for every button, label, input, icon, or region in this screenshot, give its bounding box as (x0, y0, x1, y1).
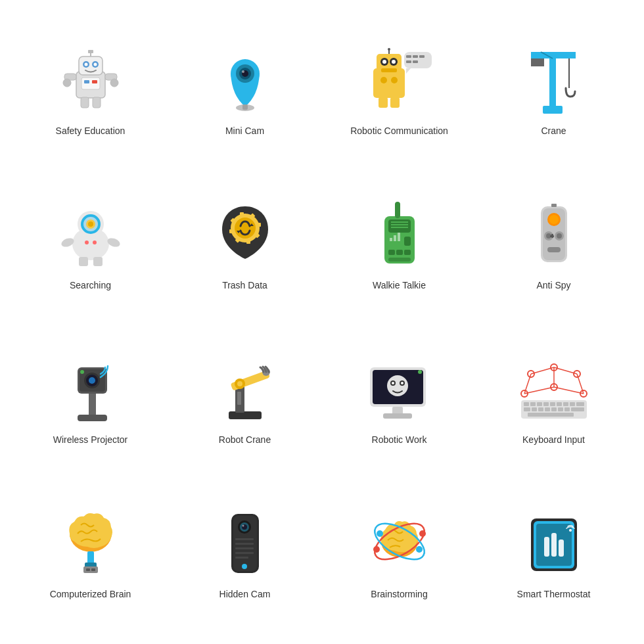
svg-point-176 (377, 530, 383, 537)
icon-cell-anti-spy[interactable]: Anti Spy (476, 168, 631, 322)
svg-rect-79 (394, 235, 396, 241)
wireless-projector-label: Wireless Projector (53, 434, 128, 445)
svg-rect-24 (373, 68, 405, 98)
computerized-brain-label: Computerized Brain (50, 589, 131, 599)
svg-line-130 (554, 367, 577, 374)
icon-cell-trash-data[interactable]: Trash Data (168, 168, 322, 322)
svg-rect-34 (419, 55, 425, 58)
svg-point-60 (85, 241, 89, 244)
svg-rect-63 (240, 212, 244, 216)
svg-point-118 (392, 382, 394, 384)
svg-rect-112 (237, 392, 241, 405)
safety-education-label: Safety Education (56, 126, 126, 136)
safety-education-icon (55, 45, 127, 118)
icon-cell-robotic-communication[interactable]: Robotic Communication (322, 13, 476, 168)
svg-rect-78 (390, 238, 392, 241)
svg-point-166 (242, 524, 244, 526)
hidden-cam-label: Hidden Cam (219, 589, 271, 599)
brainstorming-label: Brainstorming (371, 589, 427, 599)
svg-point-43 (388, 48, 390, 51)
icon-cell-robot-crane[interactable]: Robot Crane (168, 322, 322, 476)
svg-point-183 (569, 529, 572, 532)
svg-rect-137 (524, 402, 529, 406)
svg-rect-154 (528, 413, 574, 417)
svg-rect-13 (84, 80, 89, 83)
svg-rect-73 (395, 202, 400, 218)
svg-rect-152 (564, 407, 570, 411)
svg-rect-69 (229, 229, 233, 233)
svg-point-177 (416, 546, 423, 553)
svg-line-133 (577, 374, 584, 394)
svg-point-28 (382, 60, 386, 64)
svg-rect-159 (86, 568, 90, 571)
svg-rect-12 (81, 78, 100, 89)
svg-rect-169 (235, 547, 254, 549)
svg-rect-41 (390, 97, 400, 108)
svg-point-105 (80, 370, 84, 374)
icon-cell-crane[interactable]: Crane (476, 13, 631, 168)
icon-cell-wireless-projector[interactable]: Wireless Projector (13, 322, 168, 476)
svg-rect-14 (92, 80, 97, 83)
svg-rect-46 (531, 58, 544, 66)
icon-cell-mini-cam[interactable]: Mini Cam (168, 13, 322, 168)
computerized-brain-icon (55, 509, 127, 581)
icon-cell-safety-education[interactable]: Safety Education (13, 13, 168, 168)
icon-cell-smart-thermostat[interactable]: Smart Thermostat (476, 476, 631, 631)
svg-point-55 (88, 221, 93, 227)
svg-rect-16 (93, 97, 101, 108)
svg-rect-7 (88, 50, 93, 53)
svg-rect-81 (404, 237, 411, 246)
svg-rect-160 (91, 568, 95, 571)
svg-rect-93 (550, 235, 554, 237)
svg-rect-153 (571, 407, 584, 411)
svg-line-135 (554, 387, 584, 394)
icon-cell-robotic-work[interactable]: Robotic Work (322, 322, 476, 476)
svg-rect-33 (413, 55, 418, 58)
robotic-work-label: Robotic Work (372, 434, 427, 445)
svg-point-119 (401, 382, 403, 384)
icon-cell-hidden-cam[interactable]: Hidden Cam (168, 476, 322, 631)
svg-point-21 (242, 70, 244, 73)
svg-marker-37 (406, 68, 411, 74)
svg-point-95 (557, 233, 562, 239)
svg-rect-30 (381, 68, 397, 72)
svg-rect-144 (570, 402, 575, 406)
svg-rect-168 (235, 543, 254, 545)
svg-rect-65 (257, 223, 261, 227)
svg-rect-171 (235, 557, 248, 559)
svg-rect-146 (524, 407, 530, 411)
svg-rect-36 (413, 60, 418, 63)
svg-point-102 (89, 377, 95, 384)
searching-icon (55, 200, 127, 272)
svg-point-11 (110, 79, 118, 87)
svg-rect-57 (93, 257, 103, 266)
svg-point-122 (418, 370, 422, 374)
brainstorming-icon (363, 509, 436, 581)
hidden-cam-icon (209, 509, 281, 581)
icon-cell-keyboard-input[interactable]: Keyboard Input (476, 322, 631, 476)
svg-point-29 (392, 60, 396, 64)
svg-rect-150 (551, 407, 557, 411)
svg-point-61 (93, 241, 97, 244)
svg-rect-139 (537, 402, 542, 406)
svg-rect-186 (559, 540, 564, 557)
svg-rect-35 (406, 60, 411, 63)
svg-line-129 (531, 367, 554, 374)
svg-rect-44 (549, 52, 556, 108)
svg-rect-158 (83, 566, 98, 573)
icon-cell-walkie-talkie[interactable]: Walkie Talkie (322, 168, 476, 322)
svg-rect-31 (404, 52, 432, 68)
svg-rect-48 (543, 106, 563, 114)
svg-rect-45 (531, 52, 576, 58)
svg-rect-170 (235, 552, 254, 554)
keyboard-input-label: Keyboard Input (522, 434, 585, 445)
mini-cam-label: Mini Cam (225, 126, 264, 136)
icon-cell-computerized-brain[interactable]: Computerized Brain (13, 476, 168, 631)
svg-point-89 (549, 215, 559, 224)
svg-rect-147 (532, 407, 537, 411)
svg-rect-167 (235, 538, 254, 540)
svg-rect-96 (547, 247, 561, 252)
icon-cell-searching[interactable]: Searching (13, 168, 168, 322)
icon-cell-brainstorming[interactable]: Brainstorming (322, 476, 476, 631)
svg-rect-142 (557, 402, 562, 406)
